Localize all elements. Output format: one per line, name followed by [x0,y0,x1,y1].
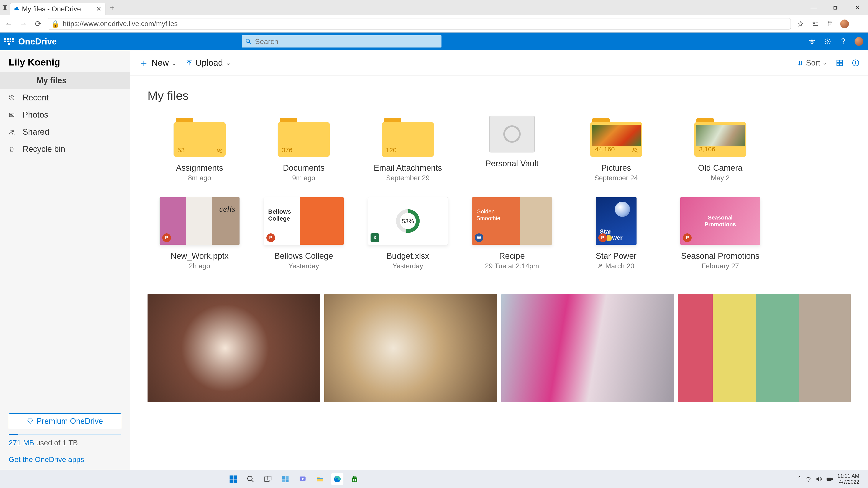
premium-icon[interactable] [807,37,817,46]
svg-text:53%: 53% [402,218,414,225]
folder-tile[interactable]: 3,106Old CameraMay 2 [668,116,772,182]
svg-rect-44 [267,476,271,480]
photo-tile[interactable] [324,294,497,402]
file-tile[interactable]: StarW⬤werPStar PowerMarch 20 [564,197,668,270]
folder-tile[interactable]: 53Assignments8m ago [148,116,252,182]
svg-point-10 [246,39,249,43]
collections-icon[interactable] [825,19,835,29]
sort-button[interactable]: Sort ⌄ [797,58,827,67]
photo-tile[interactable] [501,294,674,402]
task-view[interactable] [262,473,274,485]
sidebar-item-my-files[interactable]: My files [0,72,130,89]
edge-icon[interactable] [331,473,343,485]
item-count: 376 [282,147,292,154]
close-icon[interactable]: ✕ [96,5,101,13]
premium-button[interactable]: Premium OneDrive [9,413,121,429]
profile-avatar[interactable] [839,19,850,29]
storage-meter: 271 MB used of 1 TB [0,434,130,449]
folder-icon: 44,160 [590,116,642,157]
upload-label: Upload [195,58,223,68]
sidebar-item-label: My files [36,76,67,85]
app-launcher[interactable] [4,37,14,46]
photo-tile[interactable] [148,294,320,402]
clock[interactable]: 11:11 AM 4/7/2022 [837,473,859,485]
tray-chevron-icon[interactable]: ˄ [798,476,801,483]
account-avatar[interactable] [854,37,864,46]
taskbar-search[interactable] [245,473,257,485]
svg-rect-37 [230,476,233,479]
explorer-icon[interactable] [314,473,326,485]
forward-button[interactable]: → [18,19,29,29]
tab-overview-button[interactable] [0,0,10,15]
store-icon[interactable] [349,473,361,485]
sidebar-item-photos[interactable]: Photos [0,106,130,123]
sidebar-item-recent[interactable]: Recent [0,89,130,106]
chat-icon[interactable] [297,473,309,485]
new-tab-button[interactable]: ＋ [107,2,117,13]
folder-tile[interactable]: 120Email AttachmentsSeptember 29 [356,116,460,182]
filetype-badge: P [162,233,171,242]
file-tile[interactable]: Seasonal PromotionsPSeasonal PromotionsF… [668,197,772,270]
favorites-list-icon[interactable] [810,19,820,29]
svg-point-27 [856,61,856,62]
file-tile[interactable]: Bellows CollegePBellows CollegeYesterday [252,197,356,270]
back-button[interactable]: ← [3,19,14,29]
svg-point-41 [248,476,252,481]
file-thumbnail: Bellows CollegeP [264,197,344,245]
item-meta: 9m ago [292,174,315,182]
file-tile[interactable]: 53%XBudget.xlsxYesterday [356,197,460,270]
item-meta: 2h ago [189,262,210,270]
browser-tab[interactable]: My files - OneDrive ✕ [10,3,105,15]
item-name: Pictures [601,163,631,173]
maximize-button[interactable] [825,0,846,15]
vault-icon [489,116,535,153]
get-apps-link[interactable]: Get the OneDrive apps [0,449,130,470]
item-name: Star Power [596,251,637,261]
folder-icon: 120 [382,116,434,157]
svg-rect-51 [317,478,323,479]
settings-icon[interactable] [823,37,832,46]
svg-rect-38 [234,476,237,479]
svg-point-15 [10,130,12,132]
view-toggle[interactable] [836,59,843,67]
minimize-button[interactable]: — [803,0,825,15]
favorite-icon[interactable] [795,19,806,29]
new-button[interactable]: ＋ New ⌄ [139,56,177,70]
premium-label: Premium OneDrive [36,417,103,426]
svg-rect-0 [3,5,5,10]
search-input[interactable] [255,37,438,46]
sidebar-item-recycle-bin[interactable]: Recycle bin [0,140,130,158]
file-tile[interactable]: Golden SmoothieWRecipe29 Tue at 2:14pm [460,197,564,270]
svg-rect-1 [5,5,7,10]
wifi-icon[interactable] [805,476,811,482]
folder-tile[interactable]: 376Documents9m ago [252,116,356,182]
battery-icon[interactable] [826,476,833,482]
browser-titlebar: My files - OneDrive ✕ ＋ — ✕ [0,0,868,15]
volume-icon[interactable] [816,476,822,482]
more-icon[interactable]: ⋯ [854,19,865,29]
refresh-button[interactable]: ⟳ [33,19,43,29]
photo-tile[interactable] [678,294,850,402]
folder-tile[interactable]: Personal Vault [460,116,564,182]
folder-tile[interactable]: 44,160PicturesSeptember 24 [564,116,668,182]
item-name: Email Attachments [374,163,442,173]
search-box[interactable] [242,35,441,47]
window-close-button[interactable]: ✕ [846,0,868,15]
widgets-icon[interactable] [279,473,291,485]
item-name: Budget.xlsx [386,251,429,261]
svg-point-29 [220,149,221,150]
file-tile[interactable]: cellsPNew_Work.pptx2h ago [148,197,252,270]
item-count: 120 [386,147,397,154]
item-meta: 8m ago [188,174,211,182]
item-name: Documents [283,163,324,173]
sidebar-item-label: Photos [23,110,48,120]
upload-button[interactable]: Upload ⌄ [185,58,231,68]
file-thumbnail: Golden SmoothieW [472,197,552,245]
address-bar[interactable]: 🔒 https://www.onedrive.live.com/myfiles [48,18,791,30]
start-button[interactable] [227,473,239,485]
user-name: Lily Koenig [0,50,130,72]
info-button[interactable] [852,59,859,67]
sidebar-item-shared[interactable]: Shared [0,123,130,140]
svg-line-11 [249,42,251,44]
help-icon[interactable]: ? [838,37,848,46]
